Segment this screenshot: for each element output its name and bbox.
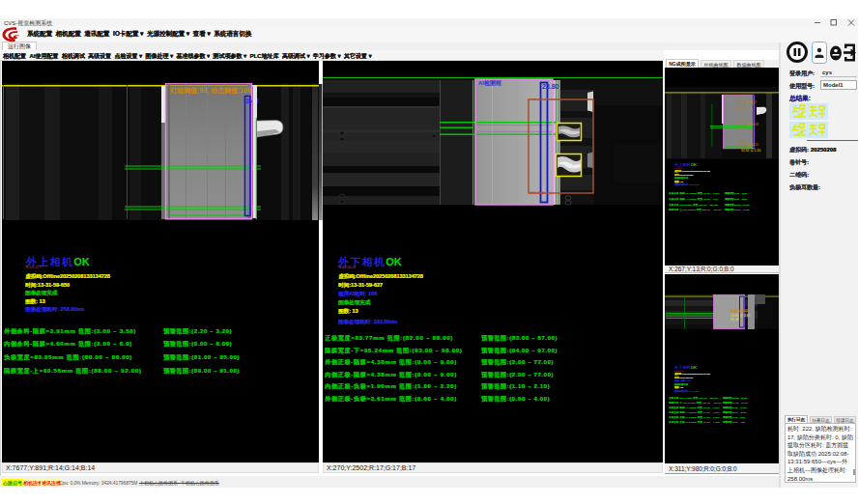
svg-text:缺陷0.15: 缺陷0.15 [747,143,758,147]
svg-text:缺陷0.08: 缺陷0.08 [747,123,758,126]
svg-text:95.24: 95.24 [730,318,739,322]
svg-text:灯箱阈值:93, 动态阈值:100: 灯箱阈值:93, 动态阈值:100 [169,87,251,95]
svg-text:23.80: 23.80 [542,83,559,90]
svg-text:AI检出:0.92: AI检出:0.92 [730,309,748,313]
svg-text:AI检测框: AI检测框 [478,79,501,87]
svg-text:32.65 余:1.30: 32.65 余:1.30 [741,149,760,153]
svg-text:23.80 正:2.61: 23.80 正:2.61 [730,313,751,318]
svg-text:缺陷0.12: 缺陷0.12 [745,100,757,104]
svg-text:NG:1.55: NG:1.55 [530,190,546,195]
